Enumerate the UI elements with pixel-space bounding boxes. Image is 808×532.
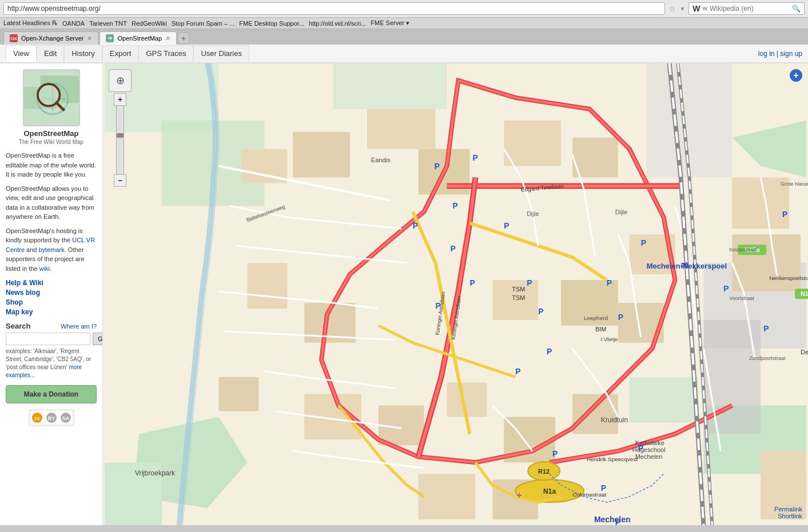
pan-control[interactable]: ⊕ <box>109 69 132 92</box>
news-blog-link[interactable]: News blog <box>6 289 97 297</box>
wikipedia-search-input[interactable] <box>710 5 790 13</box>
svg-text:P: P <box>607 278 612 287</box>
zoom-controls: + − <box>114 93 126 187</box>
page-wrapper: View Edit History Export GPS Traces User… <box>0 45 808 525</box>
osm-header: View Edit History Export GPS Traces User… <box>0 45 808 63</box>
svg-text:N19: N19 <box>801 290 808 297</box>
tab-oxchange-close[interactable]: ✕ <box>87 35 92 42</box>
wikipedia-icon: W <box>692 4 700 13</box>
bytemark-link[interactable]: bytemark <box>39 246 65 253</box>
shortlink-link[interactable]: Shortlink <box>774 513 802 519</box>
sidebar-logo: OpenStreetMap The Free Wiki World Map <box>6 69 97 145</box>
svg-text:P: P <box>763 324 769 333</box>
star-dropdown[interactable]: ▼ <box>679 6 685 12</box>
svg-text:Dijle: Dijle <box>615 209 627 215</box>
tab-osm-close[interactable]: ✕ <box>165 35 170 42</box>
help-wiki-link[interactable]: Help & Wiki <box>6 279 97 287</box>
svg-text:BIM: BIM <box>595 326 607 333</box>
svg-text:TSM: TSM <box>512 294 525 301</box>
svg-text:De M...: De M... <box>801 349 808 355</box>
svg-text:P: P <box>413 221 418 230</box>
svg-text:Hendrik Speecqvest: Hendrik Speecqvest <box>587 456 638 462</box>
sidebar-description: OpenStreetMap is a free editable map of … <box>6 151 97 273</box>
sidebar-desc-1: OpenStreetMap is a free editable map of … <box>6 151 97 179</box>
zoom-out-button[interactable]: − <box>114 174 126 187</box>
tab-view[interactable]: View <box>6 45 37 62</box>
tab-osm-label: OpenStreetMap <box>117 35 162 42</box>
svg-text:Grote Nieuwstr...: Grote Nieuwstr... <box>781 181 808 187</box>
tab-history[interactable]: History <box>64 45 102 62</box>
osm-content: OpenStreetMap The Free Wiki World Map Op… <box>0 63 808 525</box>
svg-text:Voortstraat: Voortstraat <box>729 295 754 301</box>
wiki-link[interactable]: wiki <box>39 265 50 272</box>
svg-text:Mechelen-Nekkerspoel: Mechelen-Nekkerspoel <box>647 262 727 270</box>
tab-export[interactable]: Export <box>102 45 139 62</box>
osm-logo-svg <box>24 69 79 126</box>
zoom-slider[interactable] <box>116 106 124 174</box>
search-go-button[interactable]: Go <box>93 333 103 345</box>
tab-gps-traces[interactable]: GPS Traces <box>138 45 193 62</box>
svg-text:P: P <box>504 221 509 230</box>
svg-text:SA: SA <box>62 415 69 421</box>
donate-button[interactable]: Make a Donation <box>6 385 97 403</box>
bookmark-fme-server[interactable]: FME Server ▾ <box>371 19 409 27</box>
svg-text:BY: BY <box>47 415 55 421</box>
svg-text:Vrijbroekpark: Vrijbroekpark <box>135 469 175 477</box>
svg-text:+: + <box>516 490 522 500</box>
bookmark-stopforum[interactable]: Stop Forum Spam – ... <box>172 20 235 27</box>
more-examples-link[interactable]: more examples... <box>6 364 82 378</box>
svg-text:P: P <box>453 201 458 210</box>
svg-text:t Vlietje: t Vlietje <box>601 337 618 342</box>
bookmark-redgeo[interactable]: RedGeoWiki <box>132 20 167 27</box>
login-link[interactable]: log in <box>758 50 775 58</box>
search-input-row: Go <box>6 333 97 345</box>
svg-rect-44 <box>419 474 476 519</box>
search-examples: examples: 'Alkmaar', 'Regent Street, Cam… <box>6 347 97 379</box>
bookmarks-bar: Latest Headlines ℞ OANDA Tarieven TNT Re… <box>0 18 808 29</box>
svg-rect-20 <box>630 377 698 423</box>
search-input[interactable] <box>6 333 90 345</box>
svg-text:Colomastraat: Colomastraat <box>572 491 607 498</box>
wikipedia-search-button[interactable]: 🔍 <box>792 5 801 13</box>
bookmark-latest-headlines[interactable]: Latest Headlines ℞ <box>3 19 58 27</box>
bookmark-star-button[interactable]: ☆ <box>668 4 676 13</box>
svg-text:Nekkerspoelstraat: Nekkerspoelstraat <box>769 275 808 281</box>
tab-oxchange[interactable]: OX Open-Xchange Server ✕ <box>3 31 98 45</box>
map-container[interactable]: N1a R12 N15a N19 <box>103 63 808 525</box>
tab-edit[interactable]: Edit <box>37 45 64 62</box>
map-controls: ⊕ + − <box>109 69 132 187</box>
where-am-i-link[interactable]: Where am I? <box>61 323 97 330</box>
tab-oxchange-label: Open-Xchange Server <box>21 35 83 42</box>
shop-link[interactable]: Shop <box>6 298 97 306</box>
bookmark-tarieven[interactable]: Tarieven TNT <box>89 20 127 27</box>
osm-logo-title: OpenStreetMap <box>23 129 78 138</box>
svg-text:cc: cc <box>34 415 39 421</box>
sidebar-desc-3: OpenStreetMap's hosting is kindly suppor… <box>6 226 97 274</box>
svg-text:Mechelen: Mechelen <box>635 453 663 460</box>
url-text: http://www.openstreetmap.org/ <box>7 5 661 13</box>
tab-user-diaries[interactable]: User Diaries <box>193 45 249 62</box>
svg-text:TSM: TSM <box>512 286 525 293</box>
tab-osm[interactable]: 🗺 OpenStreetMap ✕ <box>99 31 177 45</box>
permalink-link[interactable]: Permalink <box>774 506 802 513</box>
svg-text:R12: R12 <box>538 468 550 475</box>
svg-rect-49 <box>219 377 259 411</box>
wikipedia-search-bar[interactable]: W W 🔍 <box>688 2 805 15</box>
svg-text:Dijle: Dijle <box>527 210 539 217</box>
map-svg: N1a R12 N15a N19 <box>103 63 808 525</box>
bookmark-fme-desktop[interactable]: FME Desktop Suppor... <box>239 20 304 27</box>
bookmark-oanda[interactable]: OANDA <box>62 20 85 27</box>
bookmark-vid[interactable]: http://old.vid.nl/scri... <box>309 20 366 27</box>
svg-text:P: P <box>618 313 623 322</box>
url-bar[interactable]: http://www.openstreetmap.org/ <box>3 2 665 15</box>
signup-link[interactable]: sign up <box>780 50 802 58</box>
map-key-link[interactable]: Map key <box>6 308 97 316</box>
zoom-in-button[interactable]: + <box>114 93 126 106</box>
sidebar-desc-2: OpenStreetMap allows you to view, edit a… <box>6 184 97 222</box>
new-tab-button[interactable]: + <box>178 33 189 44</box>
osm-layer-button[interactable]: + <box>790 69 802 82</box>
svg-text:P: P <box>538 307 543 316</box>
zoom-handle[interactable] <box>117 133 124 138</box>
svg-rect-34 <box>247 263 287 309</box>
browser-chrome: http://www.openstreetmap.org/ ☆ ▼ W W 🔍 … <box>0 0 808 45</box>
